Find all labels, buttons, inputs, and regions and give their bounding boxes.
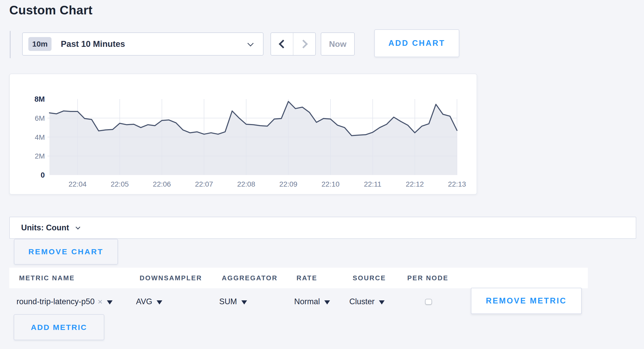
svg-text:22:09: 22:09 [279, 180, 297, 188]
chevron-down-icon [247, 40, 253, 46]
caret-down-icon [107, 300, 113, 304]
rate-value: Normal [294, 297, 320, 306]
chevron-right-icon [299, 40, 308, 48]
add-chart-button[interactable]: ADD CHART [374, 29, 459, 57]
column-header-metric-name: METRIC NAME [19, 274, 75, 282]
time-range-label: Past 10 Minutes [61, 39, 125, 49]
svg-text:22:08: 22:08 [237, 180, 255, 188]
svg-text:2M: 2M [35, 152, 45, 160]
caret-down-icon [324, 300, 330, 304]
remove-metric-button[interactable]: REMOVE METRIC [471, 288, 582, 314]
source-value: Cluster [349, 297, 375, 306]
column-header-per-node: PER NODE [407, 274, 448, 282]
svg-text:4M: 4M [35, 133, 45, 141]
clear-metric-icon[interactable]: × [98, 297, 103, 307]
caret-down-icon [379, 300, 385, 304]
caret-down-icon [157, 300, 162, 304]
svg-text:8M: 8M [35, 95, 45, 103]
next-time-button[interactable] [293, 33, 315, 55]
toolbar-divider [10, 31, 11, 58]
svg-text:22:06: 22:06 [153, 180, 171, 188]
aggregator-value: SUM [219, 297, 237, 306]
downsampler-value: AVG [136, 297, 152, 306]
now-button[interactable]: Now [321, 32, 355, 56]
source-select[interactable]: Cluster [349, 288, 385, 315]
svg-text:22:12: 22:12 [406, 180, 424, 188]
remove-chart-button[interactable]: REMOVE CHART [14, 239, 118, 265]
downsampler-select[interactable]: AVG [136, 288, 162, 315]
metric-area-chart: 02M4M6M8M22:0422:0522:0622:0722:0822:092… [10, 74, 477, 194]
time-range-dropdown[interactable]: 10m Past 10 Minutes [22, 32, 264, 56]
per-node-checkbox[interactable] [425, 299, 432, 305]
svg-text:22:13: 22:13 [448, 180, 466, 188]
page-title: Custom Chart [9, 3, 92, 17]
svg-text:22:05: 22:05 [111, 180, 129, 188]
chevron-left-icon [279, 40, 287, 48]
prev-time-button[interactable] [271, 33, 293, 55]
svg-text:0: 0 [41, 171, 45, 179]
svg-text:22:10: 22:10 [321, 180, 340, 188]
metric-name-value: round-trip-latency-p50 [16, 297, 95, 306]
svg-text:22:07: 22:07 [195, 180, 213, 188]
units-label: Units: Count [21, 223, 69, 232]
rate-select[interactable]: Normal [294, 288, 330, 315]
time-range-badge: 10m [28, 37, 52, 51]
column-header-source: SOURCE [353, 274, 386, 282]
time-nav-group [270, 32, 316, 56]
column-header-aggregator: AGGREGATOR [222, 274, 278, 282]
column-header-rate: RATE [296, 274, 317, 282]
svg-text:6M: 6M [35, 114, 45, 122]
metric-name-select[interactable]: round-trip-latency-p50 × [16, 288, 113, 315]
metrics-table-header: METRIC NAME DOWNSAMPLER AGGREGATOR RATE … [9, 268, 588, 288]
chevron-down-icon [75, 225, 80, 229]
units-dropdown[interactable]: Units: Count [9, 217, 636, 239]
column-header-downsampler: DOWNSAMPLER [140, 274, 202, 282]
caret-down-icon [241, 300, 247, 304]
add-metric-button[interactable]: ADD METRIC [14, 314, 104, 340]
metric-chart-card: 02M4M6M8M22:0422:0522:0622:0722:0822:092… [9, 74, 477, 195]
svg-text:22:04: 22:04 [69, 180, 87, 188]
aggregator-select[interactable]: SUM [219, 288, 247, 315]
svg-text:22:11: 22:11 [364, 180, 382, 188]
